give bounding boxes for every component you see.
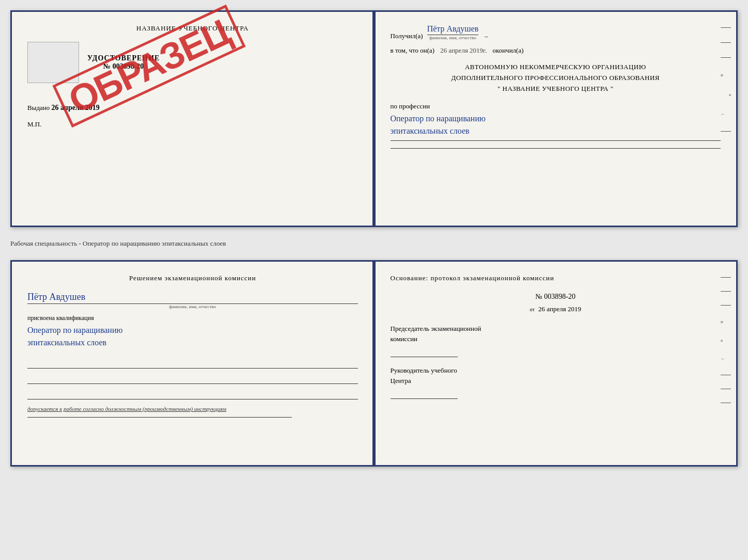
vydano-date: 26 апреля 2019	[52, 104, 100, 111]
bottom-sign-line	[27, 417, 292, 418]
kvalif-block: Оператор по наращиванию эпитаксиальных с…	[27, 324, 358, 349]
stamp-placeholder	[27, 42, 79, 83]
poluchil-name: Пётр Авдушев	[427, 24, 479, 33]
cert-right-panel: Получил(а) Пётр Авдушев фамилия, имя, от…	[375, 12, 737, 226]
chairman-block: Председатель экзаменационной комиссии	[391, 324, 721, 357]
r-dash-6	[721, 403, 731, 403]
right-margin-dashes: и а ←	[721, 27, 731, 132]
rukovoditel-sign-line	[391, 390, 458, 399]
middle-specialty-label: Рабочая специальность - Оператор по нара…	[10, 236, 738, 251]
r-dash-3	[721, 305, 731, 306]
fio-hint-cert: фамилия, имя, отчество	[427, 35, 479, 40]
udost-block: УДОСТОВЕРЕНИЕ № 003898-20	[87, 54, 160, 71]
sign-line-1	[27, 359, 358, 369]
protocol-date: 26 апреля 2019	[538, 305, 581, 313]
proto-name-block: Пётр Авдушев фамилия, имя, отчество	[27, 292, 358, 309]
poluchil-label: Получил(а)	[391, 32, 423, 40]
sign-line-2	[27, 375, 358, 384]
ot-label: от	[530, 307, 535, 312]
stamp-area: УДОСТОВЕРЕНИЕ № 003898-20	[27, 42, 358, 83]
r-dash-2	[721, 291, 731, 292]
org-line2: ДОПОЛНИТЕЛЬНОГО ПРОФЕССИОНАЛЬНОГО ОБРАЗО…	[391, 73, 721, 84]
vtom-date: 26 апреля 2019г.	[440, 46, 487, 54]
rukovoditel-label2: Центра	[391, 376, 721, 386]
osnovanie-title: Основание: протокол экзаменационной коми…	[391, 274, 721, 282]
udost-number: № 003898-20	[87, 62, 160, 71]
cert-center-title: НАЗВАНИЕ УЧЕБНОГО ЦЕНТРА	[27, 24, 358, 33]
protocol-book: Решением экзаменационной комиссии Пётр А…	[10, 260, 738, 467]
dash-1	[721, 27, 731, 28]
mp-row: М.П.	[27, 120, 358, 129]
dopuskaetsa-block: допускается к работе согласно должностны…	[27, 406, 358, 412]
dash-2	[721, 42, 731, 43]
resheniy-title: Решением экзаменационной комиссии	[27, 274, 358, 282]
r-letter-i: и	[721, 319, 731, 324]
arrow-left: ←	[721, 111, 731, 117]
chairman-sign-line	[391, 348, 458, 357]
sign-line-3	[27, 390, 358, 399]
protocol-number: № 003898-20	[391, 293, 721, 301]
r-letter-a: а	[721, 338, 731, 343]
professia-block: по профессии Оператор по наращиванию эпи…	[391, 102, 721, 149]
protocol-date-row: от 26 апреля 2019	[391, 305, 721, 313]
vtom-label: в том, что он(а)	[391, 46, 435, 54]
chairman-label2: комиссии	[391, 334, 721, 344]
org-block: АВТОНОМНУЮ НЕКОММЕРЧЕСКУЮ ОРГАНИЗАЦИЮ ДО…	[391, 62, 721, 94]
letter-a: а	[721, 92, 731, 97]
r-dash-5	[721, 389, 731, 389]
vydano-row: Выдано 26 апреля 2019	[27, 104, 358, 112]
page-wrapper: НАЗВАНИЕ УЧЕБНОГО ЦЕНТРА УДОСТОВЕРЕНИЕ №…	[10, 10, 738, 467]
proto-right-panel: Основание: протокол экзаменационной коми…	[375, 262, 737, 465]
vydano-label: Выдано	[27, 104, 50, 111]
org-line1: АВТОНОМНУЮ НЕКОММЕРЧЕСКУЮ ОРГАНИЗАЦИЮ	[391, 62, 721, 73]
org-line3: " НАЗВАНИЕ УЧЕБНОГО ЦЕНТРА "	[391, 84, 721, 94]
rukovoditel-label: Руководитель учебного	[391, 365, 721, 376]
dopuskaetsa-underline: работе согласно должностным (производств…	[64, 406, 226, 412]
professia-name: Оператор по наращиванию эпитаксиальных с…	[391, 113, 721, 137]
r-arrow: ←	[721, 356, 731, 361]
letter-i: и	[721, 72, 731, 77]
poluchil-row: Получил(а) Пётр Авдушев фамилия, имя, от…	[391, 24, 721, 40]
proto-right-dashes: и а ←	[721, 277, 731, 403]
rukovoditel-block: Руководитель учебного Центра	[391, 365, 721, 399]
vtom-row: в том, что он(а) 26 апреля 2019г. окончи…	[391, 46, 721, 55]
r-dash-4	[721, 375, 731, 375]
cert-left-panel: НАЗВАНИЕ УЧЕБНОГО ЦЕНТРА УДОСТОВЕРЕНИЕ №…	[12, 12, 375, 226]
proto-fio-hint: фамилия, имя, отчество	[27, 303, 358, 309]
dopuskaetsa-label: допускается к	[27, 406, 62, 412]
dash-4	[721, 131, 731, 132]
dash-after-name: –	[485, 32, 488, 40]
dash-3	[721, 57, 731, 58]
certificate-book: НАЗВАНИЕ УЧЕБНОГО ЦЕНТРА УДОСТОВЕРЕНИЕ №…	[10, 10, 738, 227]
proto-left-panel: Решением экзаменационной комиссии Пётр А…	[12, 262, 375, 465]
prisvoena-label: присвоена квалификация	[27, 314, 358, 322]
proto-name: Пётр Авдушев	[27, 292, 85, 302]
chairman-label: Председатель экзаменационной	[391, 324, 721, 334]
udost-label: УДОСТОВЕРЕНИЕ	[87, 54, 160, 62]
r-dash-1	[721, 277, 731, 278]
professia-label: по профессии	[391, 102, 721, 110]
sign-lines	[27, 359, 358, 399]
okonchil-label: окончил(а)	[492, 46, 523, 54]
